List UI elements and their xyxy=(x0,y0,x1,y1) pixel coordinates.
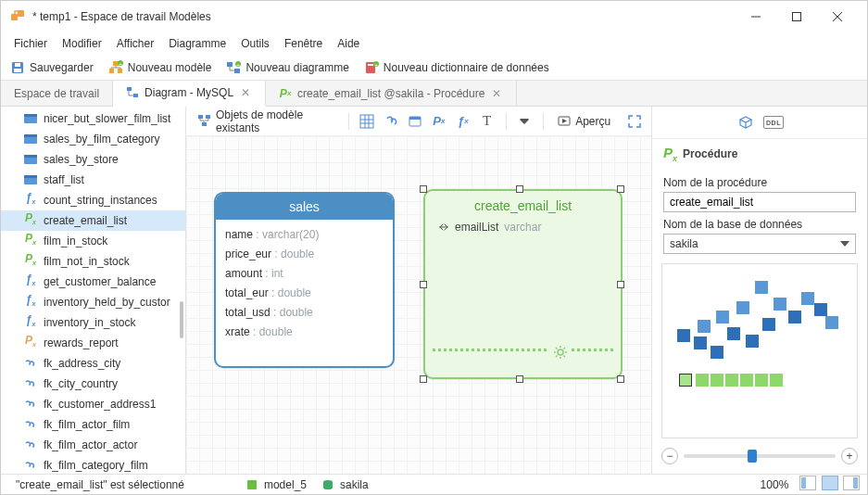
minimap-node xyxy=(762,318,775,331)
menu-help[interactable]: Aide xyxy=(330,35,367,52)
entity-table-sales[interactable]: sales name : varchar(20)price_eur : doub… xyxy=(214,192,395,368)
menu-tools[interactable]: Outils xyxy=(233,35,277,52)
tab-procedure[interactable]: Px create_email_list @sakila - Procédure… xyxy=(266,81,517,106)
existing-objects-button[interactable]: Objets de modèle existants xyxy=(194,107,339,136)
tree-item[interactable]: Pxfilm_in_stock xyxy=(1,231,185,251)
add-procedure-button[interactable]: Px xyxy=(430,111,448,132)
close-button[interactable] xyxy=(817,3,858,31)
tree-item[interactable]: fk_film_actor_actor xyxy=(1,435,185,455)
save-button[interactable]: Sauvegarder xyxy=(6,58,97,77)
minimap-viewport[interactable] xyxy=(679,374,692,387)
tree-item[interactable]: staff_list xyxy=(1,170,185,190)
resize-handle[interactable] xyxy=(617,185,624,193)
zoom-slider[interactable] xyxy=(684,454,836,458)
column-row: amount : int xyxy=(225,264,384,284)
inspector-panel: DDL Px Procédure Nom de la procédure Nom… xyxy=(652,107,867,474)
new-model-label: Nouveau modèle xyxy=(128,61,212,74)
scrollbar-thumb[interactable] xyxy=(180,301,183,338)
tree-item[interactable]: Pxcreate_email_list xyxy=(1,210,185,231)
object-tree[interactable]: nicer_but_slower_film_listsales_by_film_… xyxy=(1,107,186,474)
resize-handle[interactable] xyxy=(617,375,624,383)
status-database[interactable]: sakila xyxy=(314,478,376,491)
menu-edit[interactable]: Modifier xyxy=(55,35,109,52)
tree-item[interactable]: ƒxinventory_in_stock xyxy=(1,312,185,333)
layout-right-button[interactable] xyxy=(843,476,860,490)
tree-item[interactable]: ƒxinventory_held_by_custor xyxy=(1,292,185,312)
resize-handle[interactable] xyxy=(420,185,427,193)
fullscreen-button[interactable] xyxy=(625,111,644,132)
menu-view[interactable]: Afficher xyxy=(109,35,161,52)
resize-handle[interactable] xyxy=(420,375,427,383)
tree-item[interactable]: Pxrewards_report xyxy=(1,333,185,353)
minimap-node xyxy=(801,292,814,305)
more-button[interactable] xyxy=(515,111,534,132)
entity-procedure-create-email-list[interactable]: create_email_list emailList varchar xyxy=(423,189,623,379)
tree-item[interactable]: Pxfilm_not_in_stock xyxy=(1,251,185,272)
minimize-button[interactable] xyxy=(736,3,776,31)
resize-handle[interactable] xyxy=(617,281,624,288)
new-model-button[interactable]: ＋ Nouveau modèle xyxy=(105,58,216,77)
tree-item-label: staff_list xyxy=(44,171,84,188)
layout-toggle[interactable] xyxy=(798,476,860,493)
zoom-in-button[interactable]: + xyxy=(841,448,858,464)
svg-rect-25 xyxy=(24,114,37,117)
new-dictionary-button[interactable]: ＋ Nouveau dictionnaire de données xyxy=(360,58,553,77)
add-function-button[interactable]: ƒx xyxy=(454,111,472,132)
add-table-button[interactable] xyxy=(358,111,376,132)
layout-center-button[interactable] xyxy=(822,476,838,490)
tree-item[interactable]: nicer_but_slower_film_list xyxy=(1,108,185,129)
tab-workspace[interactable]: Espace de travail xyxy=(1,81,113,106)
param-direction-icon xyxy=(436,222,449,233)
tree-item[interactable]: fk_film_actor_film xyxy=(1,414,185,435)
svg-rect-10 xyxy=(109,69,114,73)
tree-item[interactable]: fk_address_city xyxy=(1,353,185,374)
diagram-canvas[interactable]: sales name : varchar(20)price_eur : doub… xyxy=(186,136,651,474)
svg-rect-3 xyxy=(793,13,801,21)
resize-handle[interactable] xyxy=(516,185,523,193)
tree-item[interactable]: sales_by_film_category xyxy=(1,129,185,149)
zoom-out-button[interactable]: − xyxy=(661,448,678,464)
diagram-panel: Objets de modèle existants Px ƒx T Aperç… xyxy=(186,107,652,474)
fk-icon xyxy=(23,458,38,473)
add-text-button[interactable]: T xyxy=(478,111,497,132)
zoom-knob[interactable] xyxy=(748,450,757,463)
menu-window[interactable]: Fenêtre xyxy=(277,35,330,52)
tree-item[interactable]: fk_customer_address1 xyxy=(1,394,185,414)
tree-item[interactable]: ƒxget_customer_balance xyxy=(1,272,185,292)
svg-text:＋: ＋ xyxy=(118,60,123,66)
svg-rect-22 xyxy=(127,87,132,91)
preview-button[interactable]: Aperçu xyxy=(553,112,614,131)
close-icon[interactable]: ✕ xyxy=(239,86,252,99)
preview-icon xyxy=(557,114,572,129)
tree-item-label: fk_address_city xyxy=(44,355,120,372)
svg-rect-29 xyxy=(24,155,37,158)
maximize-button[interactable] xyxy=(776,3,817,31)
tree-item[interactable]: sales_by_store xyxy=(1,149,185,170)
menu-diagram[interactable]: Diagramme xyxy=(161,35,233,52)
layout-left-button[interactable] xyxy=(799,476,816,490)
add-relation-button[interactable] xyxy=(382,111,400,132)
procedure-name-input[interactable] xyxy=(663,192,856,212)
minimap-node xyxy=(788,311,801,324)
proc-icon: Px xyxy=(23,213,38,228)
svg-point-46 xyxy=(558,349,563,355)
menu-file[interactable]: Fichier xyxy=(6,35,55,52)
tree-item-label: nicer_but_slower_film_list xyxy=(44,110,170,127)
chevron-down-icon xyxy=(840,239,849,248)
tree-item[interactable]: fk_film_category_film xyxy=(1,455,185,474)
status-model[interactable]: model_5 xyxy=(238,478,314,491)
minimap[interactable] xyxy=(661,263,858,438)
view-ddl-button[interactable]: DDL xyxy=(763,116,784,129)
view-3d-button[interactable] xyxy=(736,112,756,133)
close-icon[interactable]: ✕ xyxy=(490,87,503,100)
new-diagram-button[interactable]: ＋ Nouveau diagramme xyxy=(222,58,352,77)
database-select[interactable]: sakila xyxy=(663,234,856,254)
resize-handle[interactable] xyxy=(516,375,523,383)
add-view-button[interactable] xyxy=(406,111,424,132)
resize-handle[interactable] xyxy=(420,281,427,288)
tree-item[interactable]: ƒxcount_string_instances xyxy=(1,190,185,210)
tab-label: create_email_list @sakila - Procédure xyxy=(297,87,484,100)
tab-diagram[interactable]: Diagram - MySQL ✕ xyxy=(113,81,266,107)
tree-item[interactable]: fk_city_country xyxy=(1,374,185,394)
minimap-node xyxy=(711,374,723,387)
